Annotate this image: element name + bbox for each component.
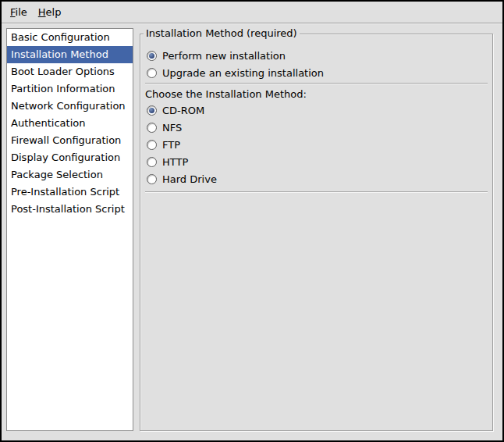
radio-label-hard-drive[interactable]: Hard Drive <box>162 173 217 185</box>
sidebar-item-authentication[interactable]: Authentication <box>7 115 133 132</box>
sidebar-item-partition-information[interactable]: Partition Information <box>7 80 133 98</box>
install-type-row-perform-new-installation[interactable]: Perform new installation <box>145 47 488 64</box>
radio-cd-rom[interactable] <box>147 105 157 116</box>
method-prompt-label: Choose the Installation Method: <box>145 87 488 102</box>
installation-method-frame: Installation Method (required) Perform n… <box>140 34 493 431</box>
install-type-radio-group: Perform new installationUpgrade an exist… <box>145 47 488 81</box>
sidebar-item-pre-installation-script[interactable]: Pre-Installation Script <box>7 184 133 201</box>
install-type-row-upgrade-an-existing-installation[interactable]: Upgrade an existing installation <box>145 64 488 81</box>
radio-upgrade-an-existing-installation[interactable] <box>147 68 157 78</box>
frame-title: Installation Method (required) <box>144 27 300 39</box>
radio-label-ftp[interactable]: FTP <box>162 139 180 151</box>
menu-file[interactable]: File <box>5 4 33 20</box>
radio-nfs[interactable] <box>147 123 157 133</box>
method-row-cd-rom[interactable]: CD-ROM <box>145 102 488 119</box>
sidebar-item-installation-method[interactable]: Installation Method <box>7 46 133 63</box>
main-content: Basic ConfigurationInstallation MethodBo… <box>2 24 502 440</box>
frame-inner: Perform new installationUpgrade an exist… <box>140 34 492 198</box>
separator <box>145 83 488 84</box>
sidebar-item-post-installation-script[interactable]: Post-Installation Script <box>7 201 133 218</box>
menubar: FileHelp <box>2 2 502 23</box>
method-row-hard-drive[interactable]: Hard Drive <box>145 170 488 187</box>
radio-ftp[interactable] <box>147 140 157 150</box>
sidebar-item-firewall-configuration[interactable]: Firewall Configuration <box>7 132 133 149</box>
radio-label-upgrade-an-existing-installation[interactable]: Upgrade an existing installation <box>162 67 324 79</box>
radio-hard-drive[interactable] <box>147 174 157 184</box>
sidebar-item-basic-configuration[interactable]: Basic Configuration <box>7 29 133 46</box>
sidebar-item-package-selection[interactable]: Package Selection <box>7 166 133 184</box>
method-radio-group: CD-ROMNFSFTPHTTPHard Drive <box>145 102 488 187</box>
radio-label-http[interactable]: HTTP <box>162 156 188 168</box>
separator <box>145 191 488 193</box>
radio-http[interactable] <box>147 157 157 167</box>
sidebar-list[interactable]: Basic ConfigurationInstallation MethodBo… <box>6 28 133 431</box>
radio-label-perform-new-installation[interactable]: Perform new installation <box>162 50 286 62</box>
radio-label-nfs[interactable]: NFS <box>162 122 182 134</box>
menu-help[interactable]: Help <box>33 4 67 20</box>
kickstart-configurator-window: FileHelp Basic ConfigurationInstallation… <box>0 0 504 442</box>
radio-label-cd-rom[interactable]: CD-ROM <box>162 105 204 116</box>
method-row-nfs[interactable]: NFS <box>145 119 488 136</box>
sidebar-item-display-configuration[interactable]: Display Configuration <box>7 149 133 166</box>
method-row-ftp[interactable]: FTP <box>145 136 488 153</box>
radio-perform-new-installation[interactable] <box>147 51 157 61</box>
sidebar-item-network-configuration[interactable]: Network Configuration <box>7 98 133 115</box>
method-row-http[interactable]: HTTP <box>145 153 488 170</box>
sidebar-item-boot-loader-options[interactable]: Boot Loader Options <box>7 63 133 80</box>
